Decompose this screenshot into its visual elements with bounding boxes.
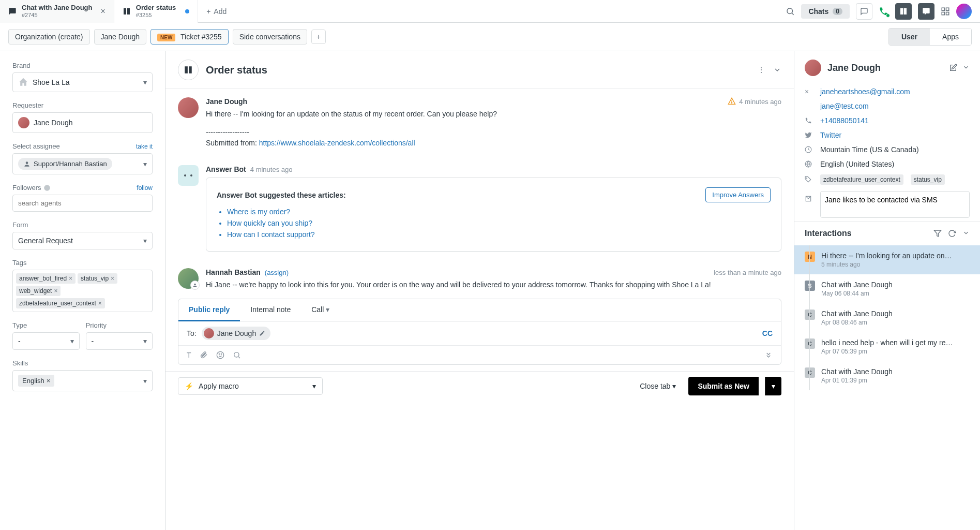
submit-button[interactable]: Submit as New — [688, 377, 759, 395]
svg-marker-29 — [934, 230, 941, 237]
priority-value: - — [92, 337, 94, 345]
interaction-item[interactable]: S Chat with Jane Dough May 06 08:44 am — [794, 274, 980, 303]
svg-point-10 — [26, 161, 28, 164]
recipient-pill[interactable]: Jane Dough — [202, 327, 271, 340]
layout-icon[interactable] — [895, 3, 912, 20]
remove-tag-icon[interactable]: × — [54, 287, 57, 295]
close-tab-button[interactable]: Close tab ▾ — [634, 378, 682, 394]
interaction-item[interactable]: C Chat with Jane Dough Apr 01 01:39 pm — [794, 361, 980, 390]
breadcrumb-org[interactable]: Organization (create) — [8, 29, 90, 45]
followers-search-input[interactable] — [12, 195, 153, 212]
take-it-link[interactable]: take it — [136, 143, 153, 150]
brand-select[interactable]: Shoe La La ▾ — [12, 72, 153, 92]
search-icon[interactable] — [786, 7, 795, 16]
phone-button[interactable] — [879, 6, 889, 17]
chevron-down-icon[interactable] — [962, 229, 970, 238]
refresh-icon[interactable] — [948, 229, 956, 238]
assignee-select[interactable]: Support/Hannah Bastian ▾ — [12, 153, 153, 174]
close-icon[interactable]: × — [101, 7, 105, 16]
svg-rect-5 — [904, 8, 907, 14]
add-crumb-button[interactable]: + — [311, 30, 326, 44]
edit-icon[interactable] — [949, 64, 957, 72]
more-icon[interactable]: ⋮ — [758, 66, 765, 74]
macro-select[interactable]: ⚡ Apply macro ▾ — [178, 377, 323, 395]
form-select[interactable]: General Request ▾ — [12, 232, 153, 249]
message-time: 4 minutes ago — [250, 166, 293, 173]
suggested-article-link[interactable]: Where is my order? — [227, 208, 771, 216]
interaction-item[interactable]: C hello i need help - when will i get my… — [794, 332, 980, 361]
assign-link[interactable]: (assign) — [265, 269, 289, 276]
answer-bot-suggestions: Answer Bot suggested these articles: Imp… — [206, 178, 781, 252]
close-icon[interactable]: × — [805, 87, 813, 96]
suggested-article-link[interactable]: How can I contact support? — [227, 230, 771, 239]
remove-tag-icon[interactable]: × — [98, 300, 102, 307]
priority-select[interactable]: - ▾ — [86, 332, 153, 350]
conversations-icon[interactable] — [856, 3, 872, 20]
type-select[interactable]: - ▾ — [12, 332, 80, 350]
user-note-input[interactable] — [820, 191, 970, 218]
svg-rect-12 — [185, 66, 188, 73]
emoji-icon[interactable] — [216, 351, 224, 359]
cc-button[interactable]: CC — [762, 329, 773, 337]
globe-icon — [805, 160, 813, 168]
reply-tab-public[interactable]: Public reply — [178, 299, 240, 321]
filter-icon[interactable] — [933, 229, 942, 238]
user-twitter[interactable]: Twitter — [820, 131, 841, 139]
tab-chat-2745[interactable]: Chat with Jane Dough #2745 × — [0, 0, 114, 23]
reply-tab-call[interactable]: Call▾ — [301, 299, 340, 321]
channel-icon — [178, 60, 199, 80]
conversation-panel: Order status ⋮ Jane Dough 4 minutes ago — [165, 51, 794, 530]
add-tab-button[interactable]: + Add — [198, 7, 235, 16]
conversation-title: Order status — [206, 64, 267, 76]
attachment-icon[interactable] — [200, 351, 208, 359]
tab-order-3255[interactable]: Order status #3255 — [114, 0, 198, 23]
source-link[interactable]: https://www.shoelala-zendesk.com/collect… — [259, 139, 415, 147]
tags-input[interactable]: answer_bot_fired× status_vip× web_widget… — [12, 270, 153, 312]
apps-grid-icon[interactable] — [941, 7, 950, 16]
interaction-item[interactable]: N Hi there -- I'm looking for an update … — [794, 245, 980, 274]
improve-answers-button[interactable]: Improve Answers — [705, 187, 771, 202]
remove-tag-icon[interactable]: × — [111, 275, 114, 282]
followers-label: Followers — [12, 184, 51, 192]
ticket-properties-panel: Brand Shoe La La ▾ Requester Jane Dough … — [0, 51, 165, 530]
chevron-down-icon[interactable] — [962, 64, 970, 72]
brand-label: Brand — [12, 62, 153, 69]
follow-link[interactable]: follow — [137, 184, 153, 192]
message-time: less than a minute ago — [714, 269, 781, 276]
interaction-text: Chat with Jane Dough — [821, 310, 970, 318]
user-email[interactable]: jane@test.com — [820, 102, 869, 110]
message-customer: Jane Dough 4 minutes ago Hi there -- I'm… — [165, 89, 794, 157]
topbar: Chat with Jane Dough #2745 × Order statu… — [0, 0, 980, 23]
user-timezone-row: Mountain Time (US & Canada) — [794, 142, 980, 157]
remove-tag-icon[interactable]: × — [69, 275, 72, 282]
profile-avatar[interactable] — [956, 4, 972, 19]
building-icon — [18, 77, 28, 87]
remove-skill-icon[interactable]: × — [47, 377, 51, 385]
plus-icon: + — [206, 7, 210, 16]
avatar — [178, 97, 199, 118]
expand-icon[interactable] — [764, 351, 773, 359]
search-icon[interactable] — [233, 351, 241, 359]
tab-user[interactable]: User — [889, 28, 930, 45]
requester-select[interactable]: Jane Dough — [12, 112, 153, 133]
edit-icon[interactable] — [259, 330, 265, 336]
breadcrumb-user[interactable]: Jane Dough — [94, 29, 147, 45]
chats-button[interactable]: Chats 0 — [801, 4, 850, 19]
tab-subtitle: #2745 — [22, 12, 93, 19]
person-icon — [23, 160, 31, 168]
chat-transfer-icon[interactable] — [918, 3, 934, 20]
reply-tab-internal[interactable]: Internal note — [240, 299, 301, 321]
text-format-icon[interactable]: T — [187, 351, 191, 359]
suggested-article-link[interactable]: How quickly can you ship? — [227, 219, 771, 227]
breadcrumb-side-conversations[interactable]: Side conversations — [233, 29, 307, 45]
user-phone[interactable]: +14088050141 — [820, 116, 869, 125]
chat-icon — [8, 7, 17, 16]
interaction-item[interactable]: C Chat with Jane Dough Apr 08 08:46 am — [794, 303, 980, 332]
submit-dropdown[interactable]: ▾ — [765, 377, 781, 395]
user-email[interactable]: janeheartshoes@gmail.com — [820, 87, 910, 96]
tab-apps[interactable]: Apps — [930, 28, 971, 45]
chevron-down-icon[interactable] — [773, 66, 781, 74]
skills-label: Skills — [12, 359, 153, 367]
skills-select[interactable]: English× ▾ — [12, 370, 153, 391]
breadcrumb-ticket[interactable]: NEW Ticket #3255 — [150, 29, 229, 45]
